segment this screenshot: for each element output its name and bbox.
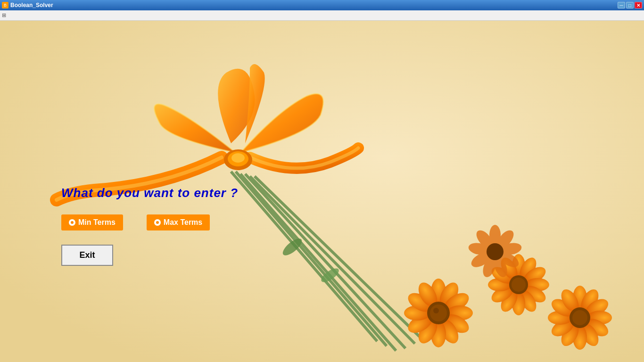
question-text: What do you want to enter ?: [61, 186, 238, 200]
close-button[interactable]: ✕: [635, 2, 642, 8]
max-terms-radio[interactable]: Max Terms: [147, 214, 210, 230]
min-terms-radio-circle: [69, 219, 75, 226]
title-bar-left: B Boolean_Solver: [2, 2, 53, 8]
app-icon: B: [2, 2, 8, 8]
min-terms-label: Min Terms: [78, 218, 116, 227]
max-terms-radio-indicator: [156, 221, 159, 224]
exit-button[interactable]: Exit: [61, 245, 113, 266]
minimize-button[interactable]: ─: [618, 2, 625, 8]
window-toolbar: ⊞: [0, 10, 644, 21]
title-bar-controls: ─ □ ✕: [618, 2, 642, 8]
title-bar: B Boolean_Solver ─ □ ✕: [0, 0, 644, 10]
max-terms-radio-circle: [154, 219, 161, 226]
toolbar-icon: ⊞: [2, 12, 8, 19]
window-title: Boolean_Solver: [10, 2, 53, 8]
max-terms-label: Max Terms: [164, 218, 202, 227]
radio-group: Min Terms Max Terms: [61, 214, 238, 230]
maximize-button[interactable]: □: [626, 2, 634, 8]
ui-panel: What do you want to enter ? Min Terms Ma…: [61, 186, 238, 266]
main-content: What do you want to enter ? Min Terms Ma…: [0, 21, 644, 362]
min-terms-radio[interactable]: Min Terms: [61, 214, 123, 230]
min-terms-radio-indicator: [71, 221, 74, 224]
